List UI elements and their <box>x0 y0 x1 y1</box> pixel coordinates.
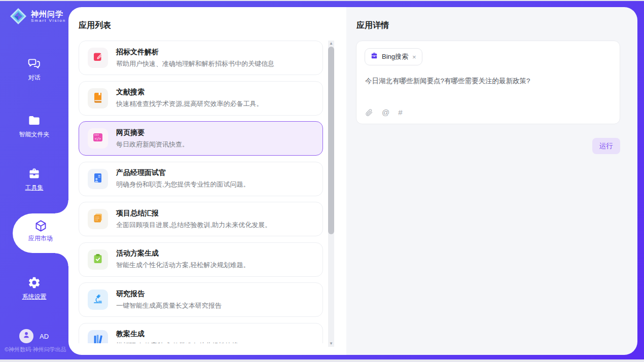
microscope-icon <box>92 293 104 307</box>
attachment-icon[interactable] <box>365 108 373 117</box>
resume-person-icon <box>92 172 104 186</box>
copyright-footer: ©神州数码·神州问学出品 <box>5 346 66 353</box>
brand-name: 神州问学 <box>31 10 66 18</box>
bubble-top-curve <box>55 200 68 213</box>
brand-subtitle: Smart Vision <box>31 18 66 23</box>
user-initials: AD <box>40 333 49 340</box>
query-text[interactable]: 今日湖北有哪些新闻要点?有哪些需要关注的最新政策? <box>365 77 612 86</box>
sidebar-item-chat[interactable]: 对话 <box>0 57 68 82</box>
sidebar-item-label: 应用市场 <box>13 234 68 243</box>
app-name: 研究报告 <box>116 289 222 299</box>
sidebar: 神州问学 Smart Vision 对话 智能文件夹 工具集 应用市场 <box>0 1 68 359</box>
person-icon <box>22 331 31 342</box>
app-card-8[interactable]: 教案生成 模板驱动,教案秒成,教学准备从此轻松快捷 <box>79 323 323 344</box>
scroll-up-arrow[interactable]: ▲ <box>328 41 334 47</box>
brand-logo: 神州问学 Smart Vision <box>9 7 66 25</box>
app-detail-title: 应用详情 <box>356 20 389 31</box>
folder-icon <box>0 114 68 127</box>
purple-background: 神州问学 Smart Vision 对话 智能文件夹 工具集 应用市场 <box>0 1 644 359</box>
gear-icon <box>0 276 68 289</box>
app-icon-tile <box>88 249 108 270</box>
app-card-list: 招标文件解析 帮助用户快速、准确地理解和解析招标书中的关键信息 文献搜索 快速精… <box>79 41 323 343</box>
mention-icon[interactable]: @ <box>382 108 389 117</box>
sidebar-item-settings[interactable]: 系统设置 <box>0 276 68 301</box>
app-card-4[interactable]: 产品经理面试官 明确身份和职责,为您提供专业性的面试问题。 <box>79 162 323 196</box>
app-name: 产品经理面试官 <box>116 168 250 177</box>
run-button[interactable]: 运行 <box>592 138 620 154</box>
app-icon-tile <box>88 209 108 229</box>
app-icon-tile <box>88 88 108 108</box>
avatar <box>19 329 33 343</box>
sidebar-item-app-market-active[interactable]: 应用市场 <box>13 213 68 253</box>
browser-code-icon: </> <box>92 131 104 146</box>
app-name: 项目总结汇报 <box>116 209 271 218</box>
svg-text:</>: </> <box>95 137 101 141</box>
sidebar-item-smart-folder[interactable]: 智能文件夹 <box>0 114 68 139</box>
app-card-7[interactable]: 研究报告 一键智能生成高质量长文本研究报告 <box>79 282 323 317</box>
app-detail-panel: 应用详情 Bing搜索 × 今日湖北有哪些新闻要点?有哪些需要关注的最新政策? … <box>346 7 637 355</box>
app-icon-tile <box>88 289 108 310</box>
book-icon <box>92 91 104 105</box>
app-name: 文献搜索 <box>116 88 263 97</box>
app-description: 帮助用户快速、准确地理解和解析招标书中的关键信息 <box>116 59 274 68</box>
cube-icon <box>13 219 68 233</box>
app-icon-tile: </> <box>88 128 108 149</box>
tool-tag-bing-search[interactable]: Bing搜索 × <box>365 48 422 65</box>
app-name: 活动方案生成 <box>116 249 250 258</box>
app-name: 招标文件解析 <box>116 48 274 57</box>
app-card-1[interactable]: 招标文件解析 帮助用户快速、准确地理解和解析招标书中的关键信息 <box>79 41 323 75</box>
toolbox-icon <box>0 167 68 180</box>
notepad-icon <box>92 212 104 226</box>
app-description: 全面回顾项目进展,总结经验教训,助力未来优化发展。 <box>116 221 271 230</box>
app-window: 神州问学 Smart Vision 对话 智能文件夹 工具集 应用市场 <box>0 0 644 362</box>
bubble-bottom-curve <box>55 253 68 266</box>
chat-icon <box>0 57 68 70</box>
scroll-down-arrow[interactable]: ▼ <box>328 341 334 347</box>
app-name: 教案生成 <box>116 330 238 339</box>
pen-document-icon <box>92 51 104 65</box>
tool-tag-label: Bing搜索 <box>382 52 408 61</box>
hash-icon[interactable]: # <box>398 108 402 117</box>
sidebar-item-label: 对话 <box>0 74 68 82</box>
app-description: 快速精准查找学术资源,提高研究效率的必备工具。 <box>116 99 263 108</box>
app-icon-tile <box>88 48 108 68</box>
app-description: 模板驱动,教案秒成,教学准备从此轻松快捷 <box>116 341 238 343</box>
sidebar-item-label: 智能文件夹 <box>0 130 68 139</box>
app-description: 明确身份和职责,为您提供专业性的面试问题。 <box>116 180 250 189</box>
app-card-6[interactable]: 活动方案生成 智能生成个性化活动方案,轻松解决规划难题。 <box>79 242 323 277</box>
app-name: 网页摘要 <box>116 128 189 137</box>
sidebar-item-toolset[interactable]: 工具集 <box>0 167 68 192</box>
app-icon-tile <box>88 330 108 344</box>
input-toolbar: @ # <box>365 108 403 117</box>
clipboard-check-icon <box>92 252 104 267</box>
content-shell: 应用列表 招标文件解析 帮助用户快速、准确地理解和解析招标书中的关键信息 文献搜… <box>68 7 637 355</box>
scrollbar-thumb[interactable] <box>328 47 334 234</box>
user-account[interactable]: AD <box>19 329 49 343</box>
app-description: 每日政府新闻资讯快查。 <box>116 140 189 149</box>
sidebar-item-label: 系统设置 <box>0 293 68 301</box>
app-description: 一键智能生成高质量长文本研究报告 <box>116 301 222 310</box>
sidebar-item-label: 工具集 <box>0 184 68 192</box>
app-description: 智能生成个性化活动方案,轻松解决规划难题。 <box>116 261 250 270</box>
query-card[interactable]: Bing搜索 × 今日湖北有哪些新闻要点?有哪些需要关注的最新政策? @ # <box>356 41 620 124</box>
books-icon <box>92 333 104 344</box>
app-card-3[interactable]: </> 网页摘要 每日政府新闻资讯快查。 <box>79 121 323 156</box>
app-card-2[interactable]: 文献搜索 快速精准查找学术资源,提高研究效率的必备工具。 <box>79 81 323 116</box>
scrollbar[interactable]: ▲ ▼ <box>328 41 334 347</box>
briefcase-icon <box>370 52 378 62</box>
app-card-5[interactable]: 项目总结汇报 全面回顾项目进展,总结经验教训,助力未来优化发展。 <box>79 202 323 236</box>
close-icon[interactable]: × <box>412 53 417 61</box>
app-list-title: 应用列表 <box>79 20 111 31</box>
app-list-panel: 应用列表 招标文件解析 帮助用户快速、准确地理解和解析招标书中的关键信息 文献搜… <box>68 7 346 355</box>
gem-logo-icon <box>9 7 27 25</box>
app-icon-tile <box>88 169 108 189</box>
